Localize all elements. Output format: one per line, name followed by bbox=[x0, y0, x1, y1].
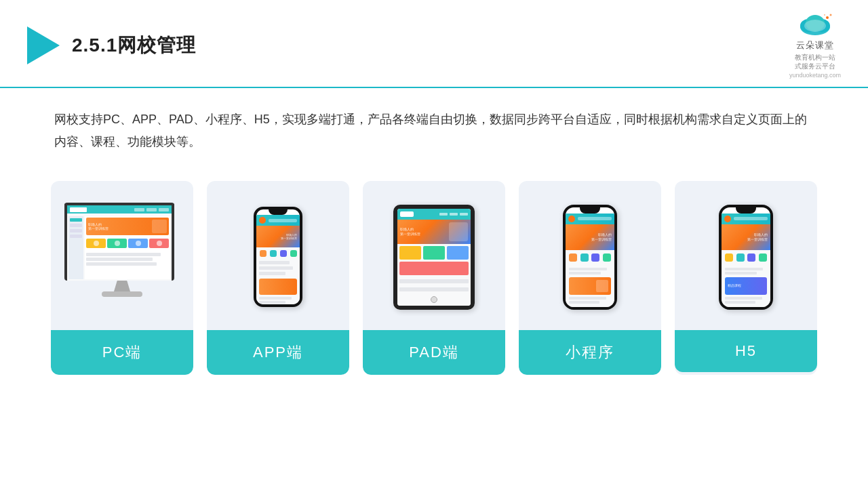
card-pc: 职场人的第一堂训练营 bbox=[51, 181, 193, 375]
card-app: 职场人的第一堂训练营 bbox=[207, 181, 349, 375]
svg-point-5 bbox=[829, 14, 831, 16]
monitor-device: 职场人的第一堂训练营 bbox=[64, 203, 180, 311]
phone-device-app: 职场人的第一堂训练营 bbox=[254, 207, 302, 307]
brand-logo: 云朵课堂 教育机构一站式服务云平台 yunduoketang.com bbox=[789, 12, 841, 79]
card-pc-label: PC端 bbox=[51, 330, 193, 375]
phone-device-h5: 职场人的第一堂训练营 精品课程 bbox=[719, 205, 773, 310]
card-pc-image: 职场人的第一堂训练营 bbox=[51, 181, 193, 330]
card-pad-label: PAD端 bbox=[363, 330, 505, 375]
header: 2.5.1网校管理 云朵课堂 教育机构一站式服务云平台 yunduoketang… bbox=[0, 0, 868, 88]
card-miniprogram-label: 小程序 bbox=[519, 330, 661, 375]
brand-icon bbox=[795, 12, 835, 38]
card-pad-image: 职场人的第一堂训练营 bbox=[363, 181, 505, 330]
tablet-device: 职场人的第一堂训练营 bbox=[393, 205, 475, 310]
card-h5-label: H5 bbox=[675, 330, 817, 372]
svg-point-7 bbox=[804, 20, 826, 32]
header-left: 2.5.1网校管理 bbox=[27, 26, 196, 64]
card-miniprogram: 职场人的第一堂训练营 bbox=[519, 181, 661, 375]
card-h5: 职场人的第一堂训练营 精品课程 bbox=[675, 181, 817, 375]
card-miniprogram-image: 职场人的第一堂训练营 bbox=[519, 181, 661, 330]
svg-point-4 bbox=[826, 16, 829, 19]
description-text: 网校支持PC、APP、PAD、小程序、H5，实现多端打通，产品各终端自由切换，数… bbox=[0, 88, 868, 161]
svg-point-6 bbox=[824, 14, 825, 16]
card-app-label: APP端 bbox=[207, 330, 349, 375]
brand-url: yunduoketang.com bbox=[789, 72, 841, 79]
card-h5-image: 职场人的第一堂训练营 精品课程 bbox=[675, 181, 817, 330]
page-title: 2.5.1网校管理 bbox=[72, 33, 196, 58]
brand-slogan: 教育机构一站式服务云平台 bbox=[795, 53, 835, 70]
logo-triangle-icon bbox=[27, 26, 60, 64]
card-app-image: 职场人的第一堂训练营 bbox=[207, 181, 349, 330]
phone-device-mini: 职场人的第一堂训练营 bbox=[563, 205, 617, 310]
cards-container: 职场人的第一堂训练营 bbox=[0, 161, 868, 388]
card-pad: 职场人的第一堂训练营 PAD端 bbox=[363, 181, 505, 375]
brand-name: 云朵课堂 bbox=[796, 39, 834, 52]
